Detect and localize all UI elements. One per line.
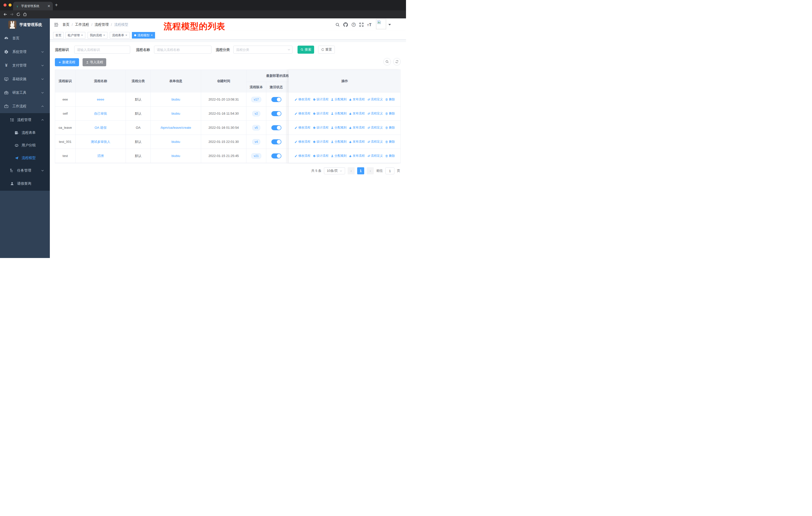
assign-rule-link[interactable]: 分配规则 [331, 97, 347, 102]
tag-close-icon[interactable]: × [103, 34, 105, 37]
new-tab-button[interactable]: + [55, 2, 58, 7]
help-icon[interactable]: ? [351, 22, 356, 27]
modify-process-link[interactable]: 修改流程 [294, 111, 310, 116]
process-name-link[interactable]: 自己审批 [94, 111, 107, 116]
goto-page-input[interactable] [385, 167, 395, 174]
assign-rule-link[interactable]: 分配规则 [331, 140, 347, 144]
search-icon[interactable] [335, 22, 340, 27]
tag-close-icon[interactable]: × [81, 34, 83, 37]
page-1-button[interactable]: 1 [357, 167, 364, 174]
form-link[interactable]: /bpm/oa/leave/create [161, 126, 191, 130]
tag-close-icon[interactable]: × [125, 34, 127, 37]
breadcrumb-home[interactable]: 首页 [62, 22, 69, 27]
fullscreen-icon[interactable] [359, 22, 364, 27]
sidebar-item-infra[interactable]: 基础设施 [0, 72, 50, 86]
sidebar-item-home[interactable]: 首页 [0, 31, 50, 45]
page-size-select[interactable]: 10条/页 [324, 167, 345, 174]
sidebar-item-leave-query[interactable]: 请假查询 [0, 178, 50, 190]
table-refresh-button[interactable] [393, 58, 401, 65]
sidebar-item-workflow[interactable]: 工作流程 [0, 100, 50, 113]
process-name-link[interactable]: 测试多审批人 [91, 140, 111, 144]
assign-rule-link[interactable]: 分配规则 [331, 126, 347, 130]
user-avatar[interactable] [376, 19, 386, 29]
search-button[interactable]: 搜索 [297, 46, 314, 54]
forward-icon[interactable] [9, 12, 14, 17]
sidebar-item-process-mgmt[interactable]: 流程管理 [0, 114, 50, 126]
avatar-caret-icon[interactable] [388, 24, 391, 25]
process-definition-link[interactable]: 流程定义 [367, 154, 383, 158]
design-process-link[interactable]: 设计流程 [313, 126, 328, 130]
status-toggle[interactable] [271, 154, 282, 159]
breadcrumb-process-mgmt[interactable]: 流程管理 [95, 22, 109, 27]
hamburger-icon[interactable] [54, 22, 58, 27]
form-link[interactable]: biubiu [171, 140, 180, 144]
delete-link[interactable]: 删除 [385, 111, 395, 116]
status-toggle[interactable] [271, 139, 282, 144]
tag-home[interactable]: 首页 [53, 32, 64, 38]
design-process-link[interactable]: 设计流程 [313, 154, 328, 158]
publish-process-link[interactable]: 发布流程 [349, 154, 365, 158]
delete-link[interactable]: 删除 [385, 154, 395, 158]
delete-link[interactable]: 删除 [385, 126, 395, 130]
window-close-button[interactable] [3, 3, 6, 6]
design-process-link[interactable]: 设计流程 [313, 111, 328, 116]
sidebar-item-devtools[interactable]: 研发工具 [0, 86, 50, 100]
delete-link[interactable]: 删除 [385, 97, 395, 102]
design-process-link[interactable]: 设计流程 [313, 140, 328, 144]
process-name-link[interactable]: OA 请假 [95, 126, 107, 130]
tab-close-icon[interactable]: ✕ [47, 4, 50, 8]
sidebar-item-process-form[interactable]: 流程表单 [0, 127, 50, 139]
modify-process-link[interactable]: 修改流程 [294, 154, 310, 158]
assign-rule-link[interactable]: 分配规则 [331, 111, 347, 116]
design-process-link[interactable]: 设计流程 [313, 97, 328, 102]
filter-id-input[interactable] [74, 46, 130, 54]
browser-tab[interactable]: 芋道管理系统 ✕ [13, 2, 53, 10]
next-page-button[interactable]: › [367, 167, 374, 174]
create-process-button[interactable]: + 新建流程 [55, 58, 79, 66]
modify-process-link[interactable]: 修改流程 [294, 97, 310, 102]
process-name-link[interactable]: 滔博 [97, 154, 104, 158]
status-toggle[interactable] [271, 111, 282, 116]
publish-process-link[interactable]: 发布流程 [349, 97, 365, 102]
breadcrumb-workflow[interactable]: 工作流程 [75, 22, 89, 27]
reset-button[interactable]: 重置 [318, 46, 335, 54]
home-icon[interactable] [23, 12, 27, 17]
process-definition-link[interactable]: 流程定义 [367, 126, 383, 130]
form-link[interactable]: biubiu [171, 98, 180, 101]
modify-process-link[interactable]: 修改流程 [294, 140, 310, 144]
modify-process-link[interactable]: 修改流程 [294, 126, 310, 130]
process-definition-link[interactable]: 流程定义 [367, 111, 383, 116]
font-size-icon[interactable]: T T [367, 22, 373, 27]
tag-process-model[interactable]: 流程模型 × [132, 32, 155, 38]
reload-icon[interactable] [16, 12, 21, 17]
filter-name-input[interactable] [154, 46, 211, 54]
process-definition-link[interactable]: 流程定义 [367, 97, 383, 102]
sidebar-item-payment[interactable]: ¥ 支付管理 [0, 59, 50, 72]
publish-process-link[interactable]: 发布流程 [349, 126, 365, 130]
tag-close-icon[interactable]: × [151, 34, 153, 37]
sidebar-logo[interactable]: 芋道管理系统 [0, 19, 50, 31]
sidebar-item-process-model[interactable]: 流程模型 [0, 152, 50, 164]
github-icon[interactable] [343, 22, 348, 27]
status-toggle[interactable] [271, 125, 282, 130]
back-icon[interactable] [3, 12, 7, 17]
filter-category-select[interactable] [233, 46, 292, 54]
form-link[interactable]: biubiu [171, 154, 180, 158]
tag-tenant[interactable]: 租户管理 × [65, 32, 85, 38]
tag-my-process[interactable]: 我的流程 × [88, 32, 108, 38]
tag-process-form[interactable]: 流程表单 × [110, 32, 129, 38]
sidebar-item-task-mgmt[interactable]: 任务管理 [0, 164, 50, 177]
delete-link[interactable]: 删除 [385, 140, 395, 144]
prev-page-button[interactable]: ‹ [348, 167, 355, 174]
form-link[interactable]: biubiu [171, 112, 180, 115]
window-minimize-button[interactable] [8, 3, 11, 6]
table-search-button[interactable] [383, 58, 391, 65]
publish-process-link[interactable]: 发布流程 [349, 111, 365, 116]
sidebar-item-user-group[interactable]: 用户分组 [0, 139, 50, 152]
status-toggle[interactable] [271, 97, 282, 102]
sidebar-item-system[interactable]: 系统管理 [0, 45, 50, 59]
process-name-link[interactable]: eeee [97, 98, 104, 101]
process-definition-link[interactable]: 流程定义 [367, 140, 383, 144]
import-process-button[interactable]: 导入流程 [83, 58, 106, 66]
assign-rule-link[interactable]: 分配规则 [331, 154, 347, 158]
